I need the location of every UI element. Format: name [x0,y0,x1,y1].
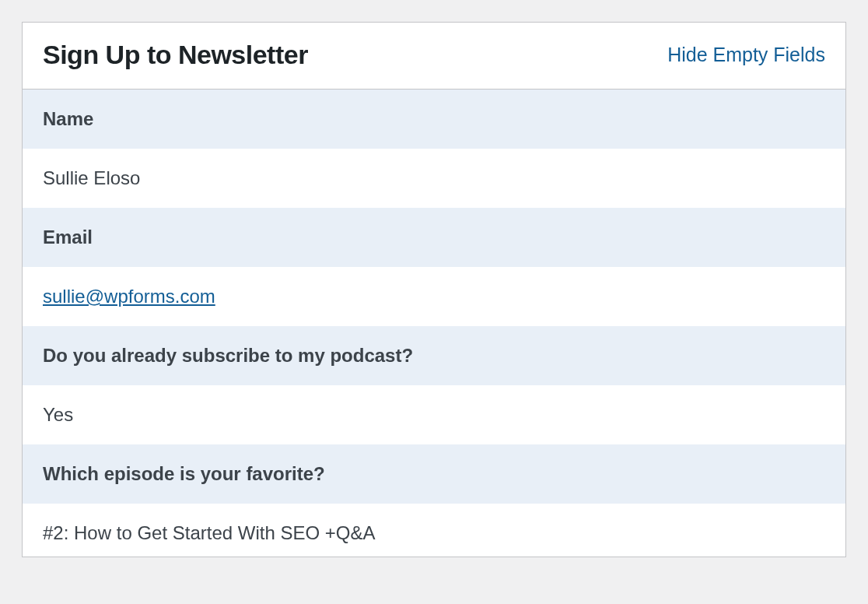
hide-empty-fields-link[interactable]: Hide Empty Fields [667,44,825,66]
entry-panel: Sign Up to Newsletter Hide Empty Fields … [22,22,846,557]
field-label-name: Name [23,90,845,149]
field-value-podcast: Yes [23,385,845,444]
field-value-name: Sullie Eloso [23,149,845,208]
field-value-email: sullie@wpforms.com [23,267,845,326]
field-label-email: Email [23,208,845,267]
field-label-favorite: Which episode is your favorite? [23,444,845,504]
email-link[interactable]: sullie@wpforms.com [43,286,215,307]
field-label-podcast: Do you already subscribe to my podcast? [23,326,845,385]
panel-header: Sign Up to Newsletter Hide Empty Fields [23,23,845,90]
panel-title: Sign Up to Newsletter [43,40,308,70]
field-value-favorite: #2: How to Get Started With SEO +Q&A [23,504,845,557]
